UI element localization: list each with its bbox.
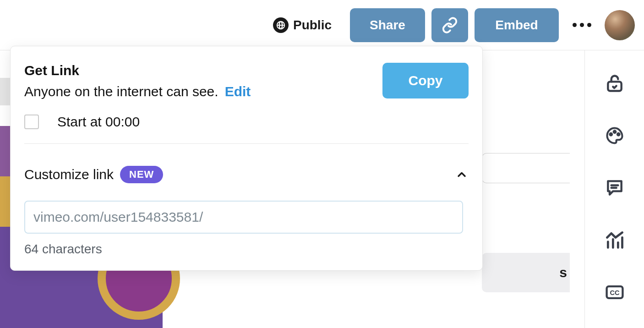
share-button-label: Share [370, 18, 405, 33]
popover-header: Get Link Anyone on the internet can see.… [24, 63, 469, 99]
svg-point-2 [613, 131, 616, 133]
popover-title: Get Link [24, 63, 382, 78]
palette-icon[interactable] [605, 126, 625, 146]
cc-icon[interactable]: CC [605, 282, 625, 302]
panel-input-fragment [482, 153, 570, 183]
dot-icon [573, 23, 577, 27]
dot-icon [580, 23, 584, 27]
svg-point-3 [617, 133, 619, 136]
comment-icon[interactable] [605, 178, 625, 198]
more-menu[interactable] [568, 23, 595, 27]
page-header: Public Share Embed [0, 0, 644, 50]
dot-icon [587, 23, 591, 27]
start-at-prefix: Start at [57, 114, 102, 129]
right-rail: CC [584, 50, 644, 328]
privacy-label: Public [293, 18, 332, 33]
custom-slug-input[interactable] [24, 201, 463, 234]
lock-icon[interactable] [605, 73, 625, 93]
start-at-label: Start at 00:00 [57, 114, 140, 130]
share-button[interactable]: Share [350, 8, 425, 42]
char-count: 64 characters [24, 242, 469, 257]
popover-description: Anyone on the internet can see. [24, 84, 218, 99]
copy-button-label: Copy [409, 73, 443, 88]
svg-point-1 [610, 133, 612, 136]
start-at-time: 00:00 [105, 114, 140, 129]
new-badge: NEW [120, 166, 163, 183]
header-actions: Public Share Embed [273, 8, 635, 42]
analytics-icon[interactable] [605, 230, 625, 250]
svg-text:CC: CC [610, 289, 620, 296]
tab-tail-text: s [559, 265, 567, 280]
start-at-row: Start at 00:00 [24, 114, 469, 130]
start-at-checkbox[interactable] [24, 115, 39, 129]
chevron-up-icon[interactable] [455, 168, 469, 181]
copy-link-button[interactable] [431, 8, 468, 42]
bg-fragment [0, 78, 10, 105]
embed-button[interactable]: Embed [475, 8, 559, 42]
divider [24, 143, 469, 144]
edit-privacy-link[interactable]: Edit [225, 84, 251, 99]
copy-button[interactable]: Copy [382, 63, 469, 98]
get-link-popover: Get Link Anyone on the internet can see.… [10, 46, 483, 271]
customize-link-header[interactable]: Customize link NEW [24, 166, 469, 183]
avatar[interactable] [605, 10, 635, 40]
globe-icon [273, 17, 289, 33]
privacy-indicator[interactable]: Public [273, 17, 332, 33]
panel-tab-fragment: s [482, 253, 570, 292]
link-icon [442, 17, 458, 33]
embed-button-label: Embed [495, 18, 538, 33]
customize-link-title: Customize link [24, 167, 114, 182]
